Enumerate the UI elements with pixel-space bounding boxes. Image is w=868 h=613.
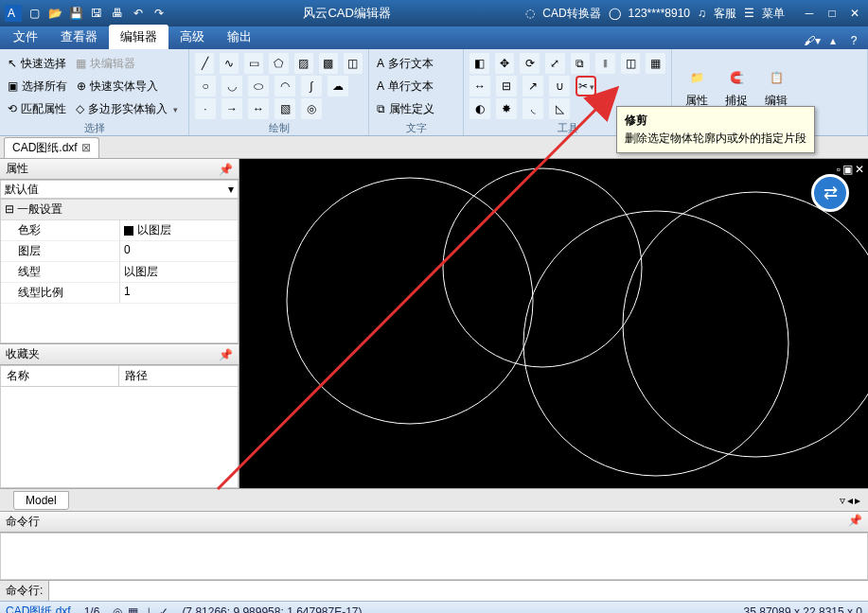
ellipse-icon[interactable]: ⬭ [248, 76, 269, 96]
attdef-button[interactable]: ⧉属性定义 [375, 98, 436, 119]
tab-editor[interactable]: 编辑器 [109, 25, 168, 49]
model-tab[interactable]: Model [13, 491, 69, 510]
avatar-icon[interactable]: ◯ [609, 7, 621, 20]
hatch-icon[interactable]: ▩ [319, 53, 338, 74]
spline-icon[interactable]: ∫ [301, 76, 322, 96]
quick-select-button[interactable]: ↖快速选择 [6, 53, 68, 74]
save-icon[interactable]: 💾 [66, 4, 85, 23]
fillet-icon[interactable]: ◟ [523, 98, 543, 119]
converter-link[interactable]: CAD转换器 [542, 6, 600, 22]
tab-viewer[interactable]: 查看器 [49, 25, 109, 49]
pin-icon[interactable]: 📌 [219, 348, 233, 361]
point-icon[interactable]: · [195, 98, 216, 119]
props-default-row[interactable]: 默认值 ▾ [0, 180, 239, 199]
arc-icon[interactable]: ◡ [221, 76, 242, 96]
menu-link[interactable]: 菜单 [762, 6, 785, 22]
explode-icon[interactable]: ✸ [496, 98, 517, 119]
snap-big-button[interactable]: 🧲 捕捉 [717, 61, 755, 113]
revision-cloud-icon[interactable]: ☁ [328, 76, 348, 96]
polygon-tool-icon[interactable]: ⬠ [269, 53, 288, 74]
tab-advanced[interactable]: 高级 [168, 25, 216, 49]
select-all-button[interactable]: ▣选择所有 [6, 76, 69, 96]
property-grid[interactable]: ⊟ 一般设置 色彩以图层 图层0 线型以图层 线型比例1 [0, 199, 239, 343]
selectall-icon: ▣ [8, 79, 18, 93]
offset-icon[interactable]: ◫ [621, 53, 641, 74]
command-input[interactable] [49, 581, 868, 601]
prop-category[interactable]: ⊟ 一般设置 [1, 200, 238, 220]
translate-badge[interactable]: ⇄ [811, 174, 849, 212]
mtext-button[interactable]: A多行文本 [375, 53, 435, 74]
headset-icon[interactable]: ♫ [698, 7, 706, 20]
menu-icon[interactable]: ☰ [744, 7, 754, 20]
new-icon[interactable]: ▢ [25, 4, 44, 23]
join-icon[interactable]: ∪ [549, 76, 570, 96]
move-icon[interactable]: ✥ [495, 53, 515, 74]
block-editor-button[interactable]: ▦块编辑器 [74, 53, 137, 74]
extend-icon[interactable]: ↗ [523, 76, 543, 96]
pin-icon[interactable]: 📌 [219, 163, 233, 176]
app-icon[interactable]: A [4, 4, 23, 23]
ellipse-arc-icon[interactable]: ◠ [275, 76, 295, 96]
max-icon[interactable]: ▣ [842, 163, 853, 176]
support-link[interactable]: 客服 [714, 6, 736, 22]
pin-icon[interactable]: 📌 [848, 514, 862, 530]
snap-toggle-icon[interactable]: ◎ [113, 605, 122, 614]
collapse-ribbon-icon[interactable]: ▴ [824, 32, 841, 49]
match-props-button[interactable]: ⟲匹配属性 [6, 98, 68, 119]
more-draw-icon[interactable]: ◫ [344, 53, 363, 74]
converter-icon[interactable]: ◌ [525, 7, 535, 20]
drawing-canvas[interactable]: ▫ ▣ ✕ ⇄ [239, 159, 868, 488]
scroll-left-icon[interactable]: ◂ [847, 494, 853, 507]
quick-solid-import-button[interactable]: ⊕快速实体导入 [75, 76, 160, 96]
document-tab[interactable]: CAD图纸.dxf ⊠ [4, 137, 99, 158]
print-icon[interactable]: 🖶 [108, 4, 127, 23]
fav-col-name[interactable]: 名称 [1, 366, 119, 386]
polyline-icon[interactable]: ∿ [220, 53, 239, 74]
saveas-icon[interactable]: 🖫 [87, 4, 106, 23]
boundary-icon[interactable]: ▧ [275, 98, 295, 119]
ortho-toggle-icon[interactable]: ⊥ [144, 605, 153, 614]
rotate-icon[interactable]: ⟳ [520, 53, 540, 74]
help-icon[interactable]: ? [845, 32, 862, 49]
circle-icon[interactable]: ○ [195, 76, 216, 96]
tab-file[interactable]: 文件 [2, 25, 49, 49]
maximize-button[interactable]: □ [823, 5, 841, 22]
array-icon[interactable]: ▦ [646, 53, 665, 74]
edit-big-button[interactable]: 📋 编辑 [757, 61, 795, 113]
mirror-icon[interactable]: ⦀ [595, 53, 615, 74]
fav-col-path[interactable]: 路径 [119, 366, 153, 386]
open-icon[interactable]: 📂 [45, 4, 64, 23]
grid-toggle-icon[interactable]: ▦ [128, 605, 138, 614]
undo-icon[interactable]: ↶ [129, 4, 148, 23]
close-canvas-icon[interactable]: ✕ [855, 163, 864, 176]
polar-toggle-icon[interactable]: ✓ [159, 605, 168, 614]
region-icon[interactable]: ▨ [294, 53, 313, 74]
rect-icon[interactable]: ▭ [244, 53, 263, 74]
command-history[interactable] [0, 533, 868, 580]
doc-tab-close-icon[interactable]: ⊠ [81, 141, 91, 154]
trim-button[interactable]: ✂ [576, 76, 596, 96]
chamfer-icon[interactable]: ◺ [549, 98, 570, 119]
tab-output[interactable]: 输出 [216, 25, 263, 49]
props-big-button[interactable]: 📁 属性 [678, 61, 716, 113]
restore-icon[interactable]: ▫ [837, 163, 841, 176]
dropdown-icon[interactable]: ▾ [228, 183, 234, 196]
stext-button[interactable]: A单行文本 [375, 76, 435, 96]
ray-icon[interactable]: → [221, 98, 242, 119]
layout-dropdown-icon[interactable]: ▿ [840, 494, 845, 507]
xline-icon[interactable]: ↔ [248, 98, 269, 119]
donut-icon[interactable]: ◎ [301, 98, 322, 119]
stretch-icon[interactable]: ↔ [469, 76, 490, 96]
break-icon[interactable]: ⊟ [496, 76, 517, 96]
scale-icon[interactable]: ⤢ [545, 53, 565, 74]
minimize-button[interactable]: ─ [800, 5, 819, 22]
tool-a-icon[interactable]: ◧ [469, 53, 489, 74]
line-icon[interactable]: ╱ [195, 53, 214, 74]
theme-icon[interactable]: 🖌▾ [804, 32, 821, 49]
polygon-solid-input-button[interactable]: ◇多边形实体输入 [74, 98, 180, 119]
redo-icon[interactable]: ↷ [150, 4, 168, 23]
close-button[interactable]: ✕ [845, 5, 864, 22]
tool-c1-icon[interactable]: ◐ [469, 98, 490, 119]
copy-tool-icon[interactable]: ⧉ [571, 53, 591, 74]
scroll-right-icon[interactable]: ▸ [855, 494, 860, 507]
